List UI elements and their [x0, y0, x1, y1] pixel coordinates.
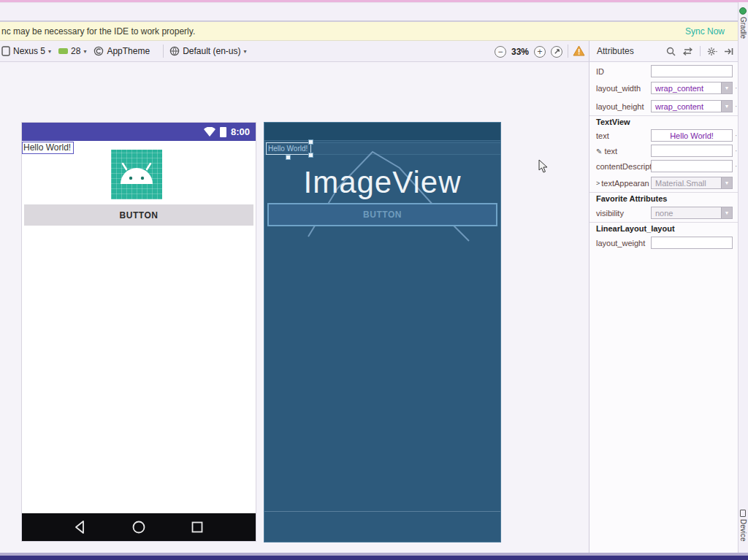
section-header-linearlayout: LinearLayout_layout — [596, 224, 675, 233]
design-surface[interactable]: 8:00 Hello World! BUTTON Hello World! — [0, 62, 589, 553]
zoom-out-button[interactable]: − — [495, 46, 506, 58]
design-time-icon: ✎ — [596, 147, 602, 156]
locale-selector[interactable]: Default (en-us) ▾ — [169, 46, 246, 56]
device-tool-tab[interactable]: Device — [738, 510, 748, 542]
text-appearance-dropdown[interactable]: Material.Small ▼ — [651, 177, 733, 189]
blueprint-view[interactable]: Hello World! ImageView BUTTON — [264, 123, 500, 542]
layout-height-value: wrap_content — [652, 102, 721, 111]
device-tab-label: Device — [739, 519, 747, 542]
attr-label-id: ID — [596, 67, 604, 76]
attr-label-text-appearance: textAppearan — [601, 179, 649, 188]
zoom-controls: − 33% + — [495, 41, 562, 62]
attributes-panel: ID layout_width wrap_content ▼ ··· layou… — [589, 62, 738, 553]
android-nav-bar — [22, 513, 256, 541]
right-tool-strip — [738, 2, 748, 553]
toolbar-divider — [568, 45, 568, 58]
zoom-to-fit-button[interactable] — [551, 46, 562, 58]
zoom-level: 33% — [511, 47, 529, 57]
sync-now-link[interactable]: Sync Now — [685, 26, 725, 37]
banner-message: nc may be necessary for the IDE to work … — [1, 26, 195, 37]
attributes-panel-header: Attributes — [589, 41, 738, 62]
gradle-tab-label: Gradle — [739, 17, 747, 39]
visibility-dropdown[interactable]: none ▼ — [651, 207, 733, 219]
tools-text-input[interactable] — [651, 145, 733, 157]
editor-tab-band — [0, 2, 748, 22]
content-description-input[interactable] — [651, 160, 733, 172]
dropdown-arrow-icon[interactable]: ▼ — [721, 101, 732, 112]
theme-selector[interactable]: AppTheme — [94, 46, 150, 56]
blueprint-navbar-divider — [264, 511, 500, 512]
chevron-down-icon: ▾ — [244, 48, 247, 55]
dropdown-arrow-icon[interactable]: ▼ — [721, 207, 732, 218]
section-divider — [589, 115, 738, 116]
hide-panel-icon[interactable] — [724, 47, 733, 55]
button-design[interactable]: BUTTON — [24, 204, 253, 226]
attr-label-layout-height: layout_height — [596, 102, 644, 111]
mouse-cursor — [538, 159, 549, 174]
textview-hello-world[interactable]: Hello World! — [22, 142, 74, 154]
design-preview[interactable]: 8:00 Hello World! BUTTON — [22, 123, 256, 541]
section-divider — [589, 222, 738, 223]
locale-selector-label: Default (en-us) — [183, 46, 240, 56]
warnings-button[interactable] — [573, 45, 585, 58]
visibility-value: none — [652, 209, 721, 218]
gear-icon[interactable] — [707, 47, 717, 56]
chevron-down-icon: ▾ — [83, 48, 86, 55]
gradle-icon — [739, 7, 747, 15]
theme-icon — [94, 46, 104, 56]
sync-notification-banner: nc may be necessary for the IDE to work … — [0, 22, 748, 41]
phone-icon — [1, 46, 10, 56]
attr-label-content-description: contentDescript — [596, 162, 652, 171]
attr-label-text: text — [596, 131, 609, 140]
zoom-fit-icon — [554, 48, 560, 55]
dropdown-arrow-icon[interactable]: ▼ — [721, 177, 732, 188]
id-input[interactable] — [651, 65, 733, 77]
status-time: 8:00 — [231, 126, 250, 137]
api-level-label: 28 — [71, 46, 80, 56]
header-divider — [700, 46, 701, 56]
layout-width-dropdown[interactable]: wrap_content ▼ — [651, 82, 733, 94]
globe-icon — [169, 46, 180, 56]
section-header-textview: TextView — [596, 118, 630, 126]
dropdown-arrow-icon[interactable]: ▼ — [721, 83, 732, 93]
api-level-icon — [58, 48, 68, 54]
zoom-in-button[interactable]: + — [534, 46, 546, 58]
layout-weight-input[interactable] — [651, 237, 733, 249]
text-appearance-value: Material.Small — [652, 179, 721, 188]
imageview-placeholder[interactable] — [111, 150, 162, 199]
layout-height-dropdown[interactable]: wrap_content ▼ — [651, 100, 733, 112]
battery-icon — [220, 127, 226, 137]
blueprint-status-band — [264, 123, 500, 141]
bottom-border-dark — [0, 556, 748, 560]
attr-label-tools-text: text — [604, 147, 617, 156]
android-status-bar: 8:00 — [22, 123, 256, 141]
chevron-down-icon: ▾ — [48, 48, 51, 55]
attr-label-layout-weight: layout_weight — [596, 239, 645, 248]
device-selector[interactable]: Nexus 5 ▾ — [1, 46, 51, 56]
attributes-title: Attributes — [597, 46, 634, 56]
attr-label-layout-width: layout_width — [596, 84, 641, 93]
blueprint-button[interactable]: BUTTON — [267, 203, 497, 226]
expander-icon[interactable]: > — [596, 180, 600, 187]
blueprint-imageview[interactable]: ImageView — [264, 165, 500, 200]
layout-width-value: wrap_content — [652, 84, 721, 93]
search-icon[interactable] — [666, 47, 676, 56]
section-header-favorites: Favorite Attributes — [596, 194, 667, 203]
nav-recents-icon — [190, 520, 205, 534]
swap-views-icon[interactable] — [682, 47, 693, 55]
attr-label-visibility: visibility — [596, 209, 624, 218]
toolbar-divider — [163, 45, 164, 58]
device-selector-label: Nexus 5 — [13, 46, 45, 56]
android-robot-icon — [119, 162, 154, 187]
gradle-tool-tab[interactable]: Gradle — [738, 7, 748, 39]
design-toolbar: Nexus 5 ▾ 28 ▾ AppTheme Default (en-us) … — [0, 41, 589, 62]
theme-selector-label: AppTheme — [107, 46, 150, 56]
text-input[interactable]: Hello World! — [651, 129, 733, 142]
nav-home-icon — [131, 520, 146, 534]
wifi-icon — [204, 127, 215, 137]
nav-back-icon — [73, 520, 88, 534]
api-level-selector[interactable]: 28 ▾ — [58, 46, 86, 56]
device-icon — [740, 510, 746, 517]
warning-icon — [573, 45, 585, 56]
section-divider — [589, 192, 738, 193]
